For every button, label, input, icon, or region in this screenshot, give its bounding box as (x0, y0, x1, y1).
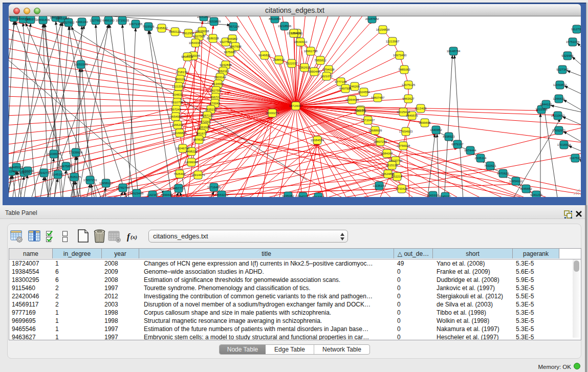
svg-text:17654923: 17654923 (399, 130, 413, 133)
svg-text:170042: 170042 (210, 102, 221, 105)
svg-text:1062113: 1062113 (217, 70, 230, 73)
svg-text:12093872: 12093872 (553, 83, 567, 86)
svg-text:15720407: 15720407 (361, 119, 375, 122)
svg-text:10973493: 10973493 (393, 54, 407, 57)
svg-text:8217701: 8217701 (312, 195, 324, 197)
svg-text:1835210: 1835210 (205, 108, 217, 111)
svg-text:7635822: 7635822 (156, 27, 168, 30)
svg-text:12942737: 12942737 (37, 171, 51, 174)
svg-text:18640910: 18640910 (294, 40, 308, 43)
svg-text:1065930: 1065930 (427, 194, 439, 197)
svg-text:19756928: 19756928 (397, 144, 410, 147)
svg-text:1166202: 1166202 (172, 123, 184, 126)
svg-text:3024554: 3024554 (358, 91, 370, 94)
svg-text:9245652: 9245652 (520, 187, 532, 190)
svg-text:13325419: 13325419 (287, 32, 301, 35)
svg-text:7485063: 7485063 (398, 68, 410, 71)
svg-text:9329966: 9329966 (561, 54, 574, 57)
svg-text:772301: 772301 (201, 120, 211, 123)
svg-text:18724007: 18724007 (289, 104, 303, 107)
svg-text:1142344: 1142344 (147, 193, 159, 196)
svg-text:19166825: 19166825 (173, 132, 187, 135)
svg-text:2849575: 2849575 (406, 114, 418, 117)
svg-text:1610755: 1610755 (171, 101, 183, 104)
svg-text:6794028: 6794028 (322, 68, 335, 71)
svg-text:1805572: 1805572 (25, 18, 37, 21)
svg-text:16782759: 16782759 (116, 186, 130, 189)
svg-text:8186328: 8186328 (207, 37, 219, 40)
svg-text:16961758: 16961758 (304, 50, 318, 53)
svg-text:3215958: 3215958 (535, 108, 548, 111)
svg-text:17016504: 17016504 (557, 143, 571, 146)
svg-text:10975857: 10975857 (59, 165, 73, 168)
svg-text:20206576: 20206576 (47, 152, 61, 156)
svg-text:16053809: 16053809 (207, 20, 221, 23)
svg-text:8813054: 8813054 (269, 17, 281, 20)
svg-text:16914479: 16914479 (191, 173, 205, 177)
svg-text:9134997: 9134997 (212, 82, 224, 85)
svg-text:14099348: 14099348 (185, 161, 199, 164)
svg-text:1112733: 1112733 (571, 28, 581, 31)
svg-text:8660123: 8660123 (169, 30, 181, 33)
svg-text:20053346: 20053346 (74, 63, 88, 66)
svg-text:10719155: 10719155 (116, 19, 129, 22)
svg-text:9990448: 9990448 (308, 70, 320, 73)
svg-text:9699695: 9699695 (419, 121, 431, 124)
svg-text:7515526: 7515526 (142, 25, 155, 28)
svg-text:15751074: 15751074 (566, 40, 580, 43)
svg-text:10120746: 10120746 (389, 159, 403, 162)
svg-text:9844122: 9844122 (540, 103, 552, 106)
svg-text:18300273: 18300273 (266, 112, 279, 115)
svg-text:8427552: 8427552 (210, 89, 222, 92)
svg-text:8938923: 8938923 (443, 135, 455, 138)
svg-text:746266: 746266 (350, 85, 360, 88)
svg-text:12213967: 12213967 (386, 40, 400, 43)
svg-text:9242848: 9242848 (220, 63, 232, 67)
svg-text:9227342: 9227342 (556, 68, 569, 71)
svg-text:5878354: 5878354 (193, 138, 205, 141)
svg-text:9474444: 9474444 (464, 149, 476, 152)
svg-text:1640952: 1640952 (430, 128, 442, 132)
svg-text:12213363: 12213363 (172, 85, 186, 88)
svg-text:1733426: 1733426 (396, 187, 408, 190)
svg-text:9245082: 9245082 (282, 194, 294, 197)
svg-text:3915411: 3915411 (9, 170, 17, 173)
svg-text:546982: 546982 (227, 37, 238, 40)
svg-text:7986372: 7986372 (354, 110, 366, 113)
svg-text:18807249: 18807249 (374, 140, 387, 143)
svg-text:16648784: 16648784 (447, 50, 461, 53)
svg-text:8267130: 8267130 (201, 114, 213, 117)
svg-text:1621072: 1621072 (320, 75, 333, 78)
svg-text:20364436: 20364436 (345, 98, 359, 101)
svg-text:9384067: 9384067 (381, 152, 393, 155)
svg-text:16553212: 16553212 (215, 193, 229, 196)
svg-text:1327602: 1327602 (62, 21, 75, 24)
svg-text:12923448: 12923448 (130, 192, 144, 195)
svg-text:9241233: 9241233 (530, 193, 542, 196)
svg-text:9777169: 9777169 (335, 80, 347, 83)
svg-text:1145193: 1145193 (52, 173, 64, 176)
svg-text:19218506: 19218506 (278, 25, 292, 28)
svg-text:11716485: 11716485 (207, 186, 221, 189)
svg-text:997245: 997245 (171, 108, 182, 111)
svg-text:10653267: 10653267 (56, 17, 70, 20)
svg-text:6466160: 6466160 (76, 20, 88, 24)
svg-text:9463627: 9463627 (402, 97, 415, 100)
svg-text:1327602: 1327602 (90, 19, 102, 22)
svg-text:10943212: 10943212 (296, 195, 310, 197)
svg-text:10025433: 10025433 (397, 111, 410, 114)
svg-text:10807487: 10807487 (371, 96, 385, 99)
svg-text:12505175: 12505175 (68, 176, 81, 179)
svg-text:11136141: 11136141 (373, 184, 386, 187)
svg-text:19654953: 19654953 (169, 115, 183, 118)
svg-text:(x): (x) (130, 234, 137, 240)
svg-text:2718170: 2718170 (176, 71, 188, 74)
svg-text:17957253: 17957253 (83, 179, 97, 182)
svg-text:6879197: 6879197 (451, 143, 464, 146)
svg-text:10958127: 10958127 (99, 182, 113, 185)
svg-text:1362615: 1362615 (298, 66, 311, 69)
svg-text:2867608: 2867608 (229, 45, 242, 48)
svg-text:1615132: 1615132 (386, 164, 398, 167)
svg-text:204631: 204631 (172, 93, 183, 96)
svg-text:10654112: 10654112 (509, 180, 523, 183)
